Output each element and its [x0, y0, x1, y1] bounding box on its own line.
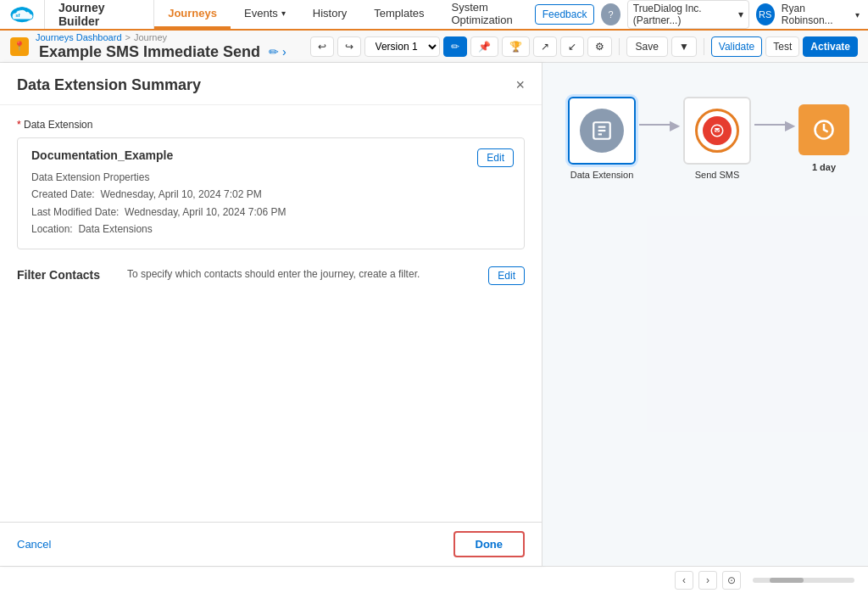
- data-extension-node-label: Data Extension: [570, 170, 634, 180]
- gear-button[interactable]: ⚙: [587, 36, 612, 57]
- connector-2: ▶: [754, 117, 795, 133]
- connector-1: ▶: [639, 117, 680, 133]
- nav-right-actions: Feedback ? TrueDialog Inc. (Partner...) …: [526, 0, 868, 29]
- wait-node[interactable]: 1 day: [798, 104, 849, 172]
- data-extension-field-label: * Data Extension: [17, 119, 525, 131]
- app-name: Journey Builder: [45, 0, 154, 29]
- activate-button[interactable]: Activate: [803, 36, 858, 57]
- pin-button[interactable]: 📌: [470, 36, 498, 57]
- journey-canvas[interactable]: Data Extension ▶: [542, 63, 868, 566]
- next-nav-button[interactable]: ›: [698, 571, 717, 590]
- journey-icon: 📍: [10, 37, 29, 56]
- data-extension-properties: Data Extension Properties Created Date: …: [31, 169, 510, 238]
- data-extension-node-icon: [580, 109, 624, 153]
- events-dropdown-arrow: ▾: [281, 8, 286, 18]
- data-extension-edit-button[interactable]: Edit: [477, 148, 514, 167]
- breadcrumb-dashboard[interactable]: Journeys Dashboard: [36, 32, 122, 42]
- navigate-forward-icon[interactable]: ›: [282, 45, 287, 59]
- data-extension-card: Documentation_Example Edit Data Extensio…: [17, 137, 525, 249]
- panel-close-button[interactable]: ×: [515, 76, 525, 94]
- modified-date-row: Last Modified Date: Wednesday, April 10,…: [31, 204, 510, 221]
- tab-system-optimization[interactable]: System Optimization: [437, 0, 526, 29]
- save-button[interactable]: Save: [626, 36, 668, 57]
- data-extension-node-box[interactable]: [568, 97, 636, 165]
- nav-tabs: Journeys Events ▾ History Templates Syst…: [154, 0, 526, 29]
- toolbar-divider2: [704, 38, 704, 55]
- horizontal-scrollbar-track[interactable]: [753, 578, 854, 583]
- zoom-button[interactable]: ⊙: [722, 571, 741, 590]
- export-button[interactable]: ↗: [533, 36, 557, 57]
- panel-footer: Cancel Done: [0, 522, 542, 566]
- redo-button[interactable]: ↪: [337, 36, 361, 57]
- feedback-button[interactable]: Feedback: [535, 4, 595, 25]
- data-extension-node[interactable]: Data Extension: [568, 97, 636, 180]
- pencil-button[interactable]: ✏: [443, 36, 467, 57]
- save-dropdown-button[interactable]: ▼: [671, 36, 697, 57]
- validate-button[interactable]: Validate: [711, 36, 762, 57]
- filter-contacts-section: Filter Contacts To specify which contact…: [17, 266, 525, 285]
- filter-edit-button[interactable]: Edit: [488, 266, 525, 285]
- wait-node-label: 1 day: [812, 162, 836, 172]
- breadcrumb-sep1: >: [125, 32, 131, 42]
- top-navigation: sf Journey Builder Journeys Events ▾ His…: [0, 0, 868, 31]
- sms-inner-icon: [703, 116, 732, 145]
- connector-line-1: [639, 124, 673, 126]
- filter-description: To specify which contacts should enter t…: [127, 266, 471, 283]
- prev-nav-button[interactable]: ‹: [675, 571, 693, 590]
- edit-journey-name-icon[interactable]: ✏: [269, 45, 279, 59]
- data-extension-panel: Data Extension Summary × * Data Extensio…: [0, 63, 542, 566]
- done-button[interactable]: Done: [453, 531, 526, 557]
- cancel-button[interactable]: Cancel: [17, 538, 51, 551]
- tab-templates[interactable]: Templates: [360, 0, 437, 29]
- breadcrumb-bar: 📍 Journeys Dashboard > Journey Example S…: [0, 31, 868, 63]
- svg-text:sf: sf: [15, 12, 20, 18]
- user-avatar[interactable]: RS: [756, 3, 775, 25]
- wait-node-box[interactable]: [798, 104, 849, 155]
- props-title: Data Extension Properties: [31, 169, 510, 186]
- import-button[interactable]: ↙: [560, 36, 584, 57]
- wait-clock-icon: [812, 118, 836, 142]
- journey-title: Example SMS Immediate Send: [39, 43, 260, 61]
- tab-events[interactable]: Events ▾: [231, 0, 299, 29]
- location-row: Location: Data Extensions: [31, 221, 510, 238]
- filter-label: Filter Contacts: [17, 268, 110, 282]
- undo-button[interactable]: ↩: [310, 36, 334, 57]
- created-date-row: Created Date: Wednesday, April 10, 2024 …: [31, 186, 510, 203]
- trophy-button[interactable]: 🏆: [502, 36, 530, 57]
- org-dropdown-arrow: ▾: [738, 8, 743, 20]
- app-logo[interactable]: sf: [0, 0, 45, 29]
- tab-history[interactable]: History: [299, 0, 360, 29]
- data-extension-name: Documentation_Example: [31, 148, 510, 162]
- required-marker: *: [17, 119, 24, 131]
- connector-arrow-1: ▶: [670, 117, 680, 133]
- org-selector[interactable]: TrueDialog Inc. (Partner...) ▾: [627, 0, 749, 29]
- version-select[interactable]: Version 1: [364, 36, 440, 57]
- tab-journeys[interactable]: Journeys: [154, 0, 231, 29]
- main-layout: Data Extension Summary × * Data Extensio…: [0, 63, 868, 566]
- user-help-avatar[interactable]: ?: [601, 3, 620, 25]
- send-sms-node-icon: [695, 109, 739, 153]
- connector-line-2: [754, 124, 788, 126]
- send-sms-node-box[interactable]: [683, 97, 751, 165]
- user-dropdown-arrow: ▾: [855, 10, 860, 20]
- horizontal-scrollbar-thumb[interactable]: [770, 578, 804, 583]
- connector-arrow-2: ▶: [785, 117, 795, 133]
- send-sms-node-label: Send SMS: [695, 170, 740, 180]
- panel-title: Data Extension Summary: [17, 76, 201, 94]
- toolbar-right: ↩ ↪ Version 1 ✏ 📌 🏆 ↗ ↙ ⚙ Save ▼ Validat…: [310, 36, 858, 57]
- user-name[interactable]: Ryan Robinson...: [782, 3, 849, 26]
- send-sms-node[interactable]: Send SMS: [683, 97, 751, 180]
- breadcrumb-journey: Journey: [134, 32, 167, 42]
- toolbar-divider1: [619, 38, 620, 55]
- panel-header: Data Extension Summary ×: [0, 63, 542, 105]
- panel-body: * Data Extension Documentation_Example E…: [0, 105, 542, 522]
- test-button[interactable]: Test: [765, 36, 799, 57]
- canvas-nodes: Data Extension ▶: [542, 63, 868, 214]
- bottom-bar: ‹ › ⊙: [0, 566, 868, 593]
- journey-title-actions: ✏ ›: [269, 45, 287, 59]
